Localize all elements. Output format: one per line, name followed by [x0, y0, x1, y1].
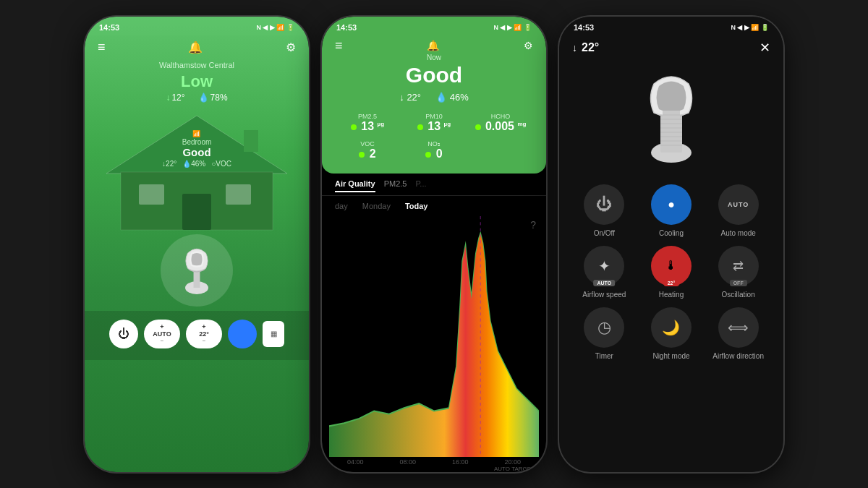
controls-grid: ⏻ On/Off ● Cooling AUTO Auto mode [559, 179, 783, 366]
auto-minus: − [161, 338, 164, 344]
airflow-badge: AUTO [593, 280, 615, 286]
timer-btn[interactable]: ◷ [584, 307, 624, 348]
room-stats: ↓22° 💧46% ○VOC [162, 160, 231, 168]
night-mode-label: Night mode [652, 352, 689, 360]
time-0800: 08:00 [399, 458, 416, 466]
airflow-speed-control[interactable]: ✦ AUTO Airflow speed [576, 246, 632, 299]
p3-dyson-svg [631, 66, 711, 167]
oscillation-badge: OFF [730, 280, 747, 286]
room-temp: ↓22° [162, 160, 176, 168]
phone1-screen: 14:53 N ◀ ▶ 📶 🔋 ≡ 🔔 ⚙ Walthamstow Centra… [85, 17, 309, 472]
auto-speed-control[interactable]: + AUTO − [144, 320, 180, 348]
phone-2: 14:53 N ◀ ▶ 📶 🔋 ≡ 🔔 ⚙ Now Good ↓ 22° 💧 4… [322, 17, 546, 472]
auto-mode-btn[interactable]: AUTO [718, 184, 759, 225]
room-label: Bedroom [162, 138, 231, 146]
p3-header: ↓ 22° ✕ [559, 35, 783, 59]
heating-badge: 22° [664, 280, 679, 286]
time-3: 14:53 [574, 23, 594, 32]
p3-temp-display: 22° [582, 41, 599, 54]
no2-value: 0 [406, 147, 462, 160]
svg-rect-4 [226, 184, 251, 205]
pm25-value: 13 µg [339, 120, 396, 133]
time-2000: 20:00 [504, 458, 521, 466]
auto-target-label: AUTO TARGET [322, 466, 546, 472]
p2-bell-icon[interactable]: 🔔 [427, 40, 439, 51]
phone-1: 14:53 N ◀ ▶ 📶 🔋 ≡ 🔔 ⚙ Walthamstow Centra… [85, 17, 309, 472]
tab-more[interactable]: P... [415, 179, 426, 192]
day-selector: day Monday Today [322, 196, 546, 216]
power-label: On/Off [594, 229, 615, 237]
pm25-dot [351, 124, 357, 130]
tab-pm25[interactable]: PM2.5 [384, 179, 407, 192]
chart-svg [329, 216, 539, 457]
oscillation-control[interactable]: ⇄ OFF Oscillation [710, 246, 766, 299]
status-icons-2: N ◀ ▶ 📶 🔋 [493, 24, 532, 31]
phone-3: 14:53 N ◀ ▶ 📶 🔋 ↓ 22° ✕ [559, 17, 783, 472]
help-icon[interactable]: ? [530, 219, 536, 231]
quality-label: Low [85, 72, 309, 91]
bottom-controls: ⏻ + AUTO − + 22° − ▦ [85, 311, 309, 360]
house-graphic: 📶 Bedroom Good ↓22° 💧46% ○VOC [99, 108, 294, 231]
p2-top-section: ≡ 🔔 ⚙ Now Good ↓ 22° 💧 46% PM2.5 [322, 35, 546, 174]
close-button[interactable]: ✕ [760, 40, 770, 56]
no2-metric: NO₂ 0 [401, 137, 467, 163]
color-indicator[interactable] [228, 320, 257, 348]
cooling-label: Cooling [659, 229, 684, 237]
svg-rect-2 [182, 194, 211, 230]
day-mon[interactable]: Monday [362, 202, 391, 210]
heating-btn-wrap: 🌡 22° [651, 246, 692, 286]
room-voc: ○VOC [211, 160, 231, 168]
p2-temp: ↓ 22° [399, 92, 421, 103]
timer-control[interactable]: ◷ Timer [576, 307, 632, 360]
voc-dot [359, 152, 365, 158]
cooling-btn[interactable]: ● [651, 184, 692, 225]
heating-label: Heating [659, 291, 684, 299]
temp-value: 12° [171, 93, 184, 103]
bell-icon[interactable]: 🔔 [188, 40, 203, 54]
temp-control[interactable]: + 22° − [186, 320, 222, 348]
pm10-value: 13 µg [406, 120, 462, 133]
svg-rect-5 [244, 130, 258, 152]
temp-hum-row: ↓ 22° 💧 46% [335, 92, 533, 103]
day-prev[interactable]: day [335, 202, 348, 210]
filter-button[interactable]: ▦ [263, 321, 284, 347]
tab-air-quality[interactable]: Air Quality [335, 179, 375, 192]
pm10-dot [417, 124, 423, 130]
temp-arrow: ↓ [166, 93, 170, 103]
day-today[interactable]: Today [405, 202, 428, 210]
p2-gear-icon[interactable]: ⚙ [524, 40, 533, 51]
airflow-direction-control[interactable]: ⟺ Airflow direction [710, 307, 766, 360]
power-btn[interactable]: ⏻ [584, 184, 624, 225]
p3-temp-section: ↓ 22° [572, 41, 599, 54]
airflow-direction-btn[interactable]: ⟺ [718, 307, 759, 348]
hcho-metric: HCHO 0.005 mg [468, 110, 533, 136]
device-image [85, 234, 309, 307]
chart-tabs: Air Quality PM2.5 P... [322, 174, 546, 196]
dyson-circle [161, 234, 233, 307]
voc-metric: VOC 2 [335, 137, 400, 163]
phone3-screen: 14:53 N ◀ ▶ 📶 🔋 ↓ 22° ✕ [559, 17, 783, 472]
voc-value: 2 [339, 147, 396, 160]
hum-value: 78% [210, 93, 228, 103]
menu-icon[interactable]: ≡ [98, 40, 106, 55]
dyson-fan-svg [171, 241, 222, 299]
p2-header: ≡ 🔔 ⚙ [335, 38, 533, 53]
auto-mode-control[interactable]: AUTO Auto mode [710, 184, 766, 237]
quality-good: Good [335, 63, 533, 87]
temp-plus: + [202, 323, 205, 330]
p2-menu-icon[interactable]: ≡ [335, 38, 343, 53]
heating-control[interactable]: 🌡 22° Heating [644, 246, 699, 299]
cooling-control[interactable]: ● Cooling [644, 184, 699, 237]
now-label: Now [335, 53, 533, 61]
status-bar-1: 14:53 N ◀ ▶ 📶 🔋 [85, 17, 309, 35]
night-mode-btn[interactable]: 🌙 [651, 307, 692, 348]
gear-icon[interactable]: ⚙ [286, 40, 296, 54]
auto-label: AUTO [153, 330, 171, 338]
power-button[interactable]: ⏻ [109, 320, 138, 348]
p3-device-image [559, 59, 783, 179]
temp-minus: − [203, 338, 206, 344]
time-1: 14:53 [99, 23, 119, 32]
night-mode-control[interactable]: 🌙 Night mode [644, 307, 699, 360]
status-icons-1: N ◀ ▶ 📶 🔋 [256, 24, 294, 31]
power-control[interactable]: ⏻ On/Off [576, 184, 632, 237]
